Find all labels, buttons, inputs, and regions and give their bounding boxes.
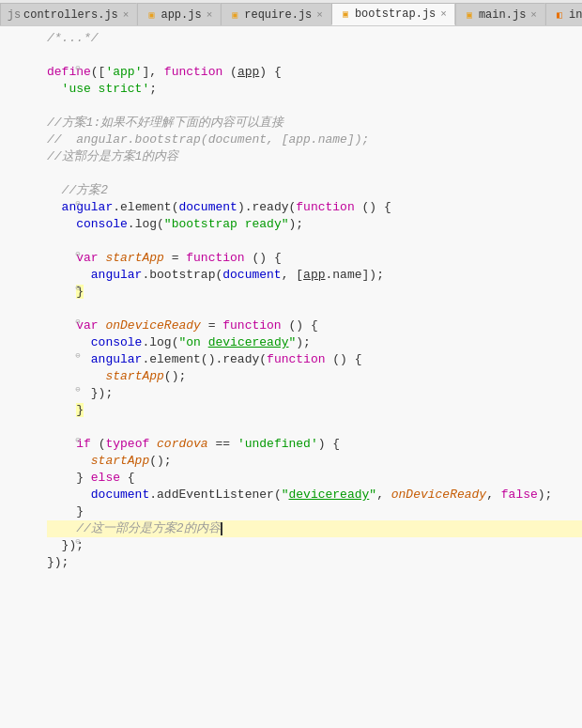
fold-icon-22[interactable]: ⊖	[73, 385, 83, 395]
html-icon: ◧	[554, 9, 565, 21]
line-32: });	[47, 554, 582, 571]
tab-controllers[interactable]: js controllers.js ×	[0, 3, 137, 25]
line-9	[47, 165, 582, 182]
line-30: //这一部分是方案2的内容	[47, 520, 582, 537]
line-2	[47, 47, 582, 64]
line-20: ⊖ angular.element().ready(function () {	[47, 351, 582, 368]
line-17	[47, 301, 582, 318]
line-13	[47, 233, 582, 250]
tab-bootstrap[interactable]: ▣ bootstrap.js ×	[331, 3, 455, 25]
line-1: /*...*/	[47, 30, 582, 47]
tab-index[interactable]: ◧ index.html ×	[545, 3, 582, 25]
line-6: ⊖ //方案1:如果不好理解下面的内容可以直接	[47, 115, 582, 132]
tab-bar: js controllers.js × ▣ app.js × ▣ require…	[0, 0, 582, 26]
fold-icon-31[interactable]: ⊖	[73, 537, 83, 547]
fold-icon-11[interactable]: ⊖	[73, 199, 83, 209]
js-require-icon: ▣	[229, 9, 240, 21]
code-content: /*...*/ ⊖ define(['app'], function (app)…	[0, 26, 582, 728]
line-15: angular.bootstrap(document, [app.name]);	[47, 267, 582, 284]
fold-icon-14[interactable]: ⊖	[73, 250, 83, 259]
line-27: } else {	[47, 470, 582, 487]
line-25: ⊖ if (typeof cordova == 'undefined') {	[47, 436, 582, 453]
line-31: ⊖ });	[47, 537, 582, 554]
line-21: startApp();	[47, 368, 582, 385]
code-editor[interactable]: /*...*/ ⊖ define(['app'], function (app)…	[0, 26, 582, 728]
js-bootstrap-icon: ▣	[340, 8, 351, 20]
line-22: ⊖ });	[47, 385, 582, 402]
line-26: startApp();	[47, 453, 582, 470]
line-24	[47, 419, 582, 436]
tab-app[interactable]: ▣ app.js ×	[137, 3, 221, 25]
line-14: ⊖ var startApp = function () {	[47, 250, 582, 267]
line-11: ⊖ angular.element(document).ready(functi…	[47, 199, 582, 216]
js-orange-icon: ▣	[146, 9, 157, 21]
fold-icon-16[interactable]: ⊖	[73, 284, 83, 293]
tab-require[interactable]: ▣ require.js ×	[221, 3, 331, 25]
line-12: console.log("bootstrap ready");	[47, 216, 582, 233]
tab-close-require[interactable]: ×	[316, 9, 323, 21]
js-icon: js	[8, 9, 20, 21]
line-29: }	[47, 503, 582, 520]
line-23: }	[47, 402, 582, 419]
line-18: ⊖ var onDeviceReady = function () {	[47, 318, 582, 334]
line-8: ⊖ //这部分是方案1的内容	[47, 148, 582, 165]
line-7: // angular.bootstrap(document, [app.name…	[47, 132, 582, 148]
js-main-icon: ▣	[464, 9, 475, 21]
line-4: 'use strict';	[47, 81, 582, 98]
line-10: //方案2	[47, 182, 582, 199]
fold-icon-20[interactable]: ⊖	[73, 351, 83, 361]
tab-close-app[interactable]: ×	[207, 9, 213, 21]
tab-close-controllers[interactable]: ×	[123, 9, 130, 21]
fold-icon-8[interactable]: ⊖	[73, 148, 83, 158]
line-5	[47, 98, 582, 115]
fold-icon-6[interactable]: ⊖	[73, 115, 83, 124]
fold-icon-25[interactable]: ⊖	[73, 436, 83, 445]
line-28: document.addEventListener("deviceready",…	[47, 487, 582, 503]
tab-main[interactable]: ▣ main.js ×	[455, 3, 545, 25]
fold-icon-3[interactable]: ⊖	[73, 64, 83, 73]
fold-icon-18[interactable]: ⊖	[73, 318, 83, 327]
line-3: ⊖ define(['app'], function (app) {	[47, 64, 582, 81]
tab-close-main[interactable]: ×	[530, 9, 537, 21]
line-16: ⊖ }	[47, 284, 582, 301]
line-19: console.log("on deviceready");	[47, 334, 582, 351]
tab-close-bootstrap[interactable]: ×	[440, 8, 447, 20]
